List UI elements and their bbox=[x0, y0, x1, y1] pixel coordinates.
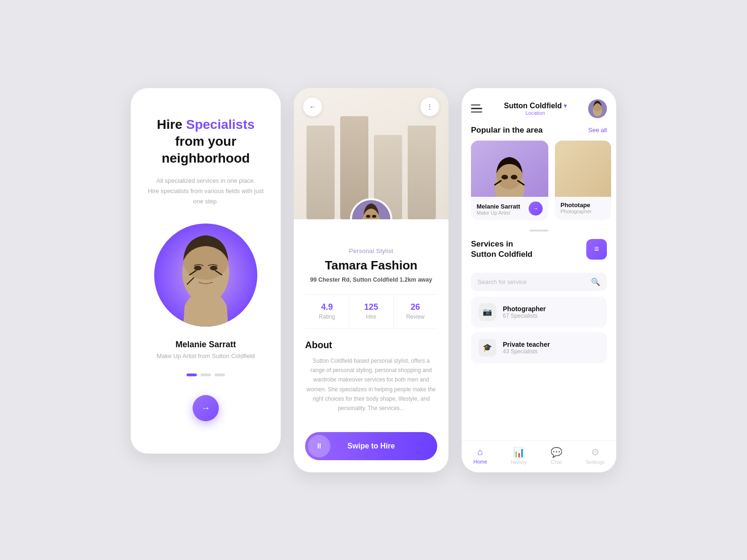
user-avatar[interactable] bbox=[588, 99, 607, 118]
stats-row: 4.9 Rating 125 Hire 26 Review bbox=[305, 294, 437, 329]
see-all-button[interactable]: See all bbox=[588, 127, 607, 134]
card1-illustration bbox=[471, 141, 548, 197]
nav-chat[interactable]: 💬 Chat bbox=[551, 447, 562, 465]
nav-home[interactable]: ⌂ Home bbox=[473, 447, 487, 465]
search-placeholder: Search for service bbox=[478, 278, 591, 285]
svg-rect-20 bbox=[555, 141, 611, 197]
title-part1: Hire bbox=[157, 117, 186, 132]
specialist-type: Personal Stylist bbox=[349, 247, 393, 254]
screen1-person-role: Make Up Artist from Sutton Coldfield bbox=[157, 352, 255, 359]
screen3-header: Sutton Coldfield ▾ Location bbox=[462, 88, 616, 126]
swipe-knob: ⏸ bbox=[308, 435, 330, 457]
popular-card-1-image bbox=[471, 141, 548, 197]
card2-name: Phototape bbox=[560, 202, 592, 209]
card1-text: Melanie Sarratt Make Up Artist bbox=[477, 203, 520, 216]
search-bar[interactable]: Search for service 🔍 bbox=[471, 273, 607, 291]
subtitle-line2: Hire specialists from various fields wit… bbox=[148, 187, 263, 205]
screen1-title: Hire Specialists from your neighborhood bbox=[145, 116, 267, 167]
history-icon: 📊 bbox=[513, 447, 525, 458]
hamburger-line-2 bbox=[471, 108, 482, 109]
location-info[interactable]: Sutton Coldfield ▾ Location bbox=[504, 102, 567, 116]
review-value: 26 bbox=[397, 302, 433, 312]
card1-info: Melanie Sarratt Make Up Artist → bbox=[471, 197, 548, 220]
teacher-count: 43 Specialists bbox=[503, 348, 550, 355]
distance-text: 1.2km away bbox=[400, 276, 433, 283]
photographer-count: 67 Specialists bbox=[503, 313, 546, 319]
svg-point-9 bbox=[372, 215, 376, 217]
bottom-navigation: ⌂ Home 📊 History 💬 Chat ⚙ Settings bbox=[462, 441, 616, 472]
dot-2 bbox=[201, 373, 211, 376]
teacher-icon-wrap: 🎓 bbox=[478, 339, 496, 357]
services-title: Services in Sutton Coldfield bbox=[471, 239, 532, 260]
hire-stat: 125 Hire bbox=[349, 295, 393, 328]
title-accent: Specialists bbox=[186, 117, 254, 132]
screen1-subtitle: All specialized services in one place. H… bbox=[145, 176, 267, 207]
user-avatar-img bbox=[588, 99, 607, 118]
services-section: Services in Sutton Coldfield ≡ Search fo… bbox=[462, 239, 616, 441]
search-icon: 🔍 bbox=[591, 277, 600, 286]
teacher-icon: 🎓 bbox=[483, 343, 492, 352]
more-icon: ⋮ bbox=[426, 103, 433, 111]
card2-info: Phototape Photographer bbox=[555, 197, 611, 219]
svg-point-17 bbox=[501, 175, 508, 179]
cta-next-button[interactable]: → bbox=[193, 395, 219, 421]
card2-illustration bbox=[555, 141, 611, 197]
hamburger-menu[interactable] bbox=[471, 105, 482, 113]
pagination-dots bbox=[187, 373, 225, 376]
services-title-line2: Sutton Coldfield bbox=[471, 250, 532, 259]
more-button[interactable]: ⋮ bbox=[420, 97, 439, 116]
settings-label: Settings bbox=[586, 459, 605, 465]
hero-background: ← ⋮ bbox=[294, 88, 448, 219]
filter-button[interactable]: ≡ bbox=[586, 239, 607, 260]
photographer-text: Photographer 67 Specialists bbox=[503, 305, 546, 319]
swipe-to-hire-bar[interactable]: ⏸ Swipe to Hire bbox=[305, 432, 437, 460]
swipe-label: Swipe to Hire bbox=[330, 442, 434, 450]
rating-stat: 4.9 Rating bbox=[305, 295, 349, 328]
nav-history[interactable]: 📊 History bbox=[511, 447, 527, 465]
filter-icon: ≡ bbox=[594, 244, 599, 254]
about-text: Sutton Coldfield based personal stylist,… bbox=[305, 356, 437, 413]
sketch-1 bbox=[306, 126, 335, 219]
specialist-location: 99 Chester Rd, Sutton Coldfield 1.2km aw… bbox=[310, 276, 433, 283]
svg-point-8 bbox=[366, 215, 370, 217]
screen-2: ← ⋮ Personal Stylist Tamara Fashion 99 C… bbox=[294, 88, 448, 472]
card1-arrow-button[interactable]: → bbox=[529, 202, 543, 216]
card2-text: Phototape Photographer bbox=[560, 202, 592, 214]
popular-card-1[interactable]: Melanie Sarratt Make Up Artist → bbox=[471, 141, 548, 220]
review-label: Review bbox=[406, 314, 425, 320]
location-name-text: Sutton Coldfield bbox=[504, 102, 562, 110]
divider-handle bbox=[530, 230, 548, 231]
popular-scroll: Melanie Sarratt Make Up Artist → bbox=[462, 141, 616, 230]
card1-arrow-icon: → bbox=[533, 205, 538, 212]
back-arrow-icon: ← bbox=[309, 103, 316, 111]
review-stat: 26 Review bbox=[394, 295, 437, 328]
hire-label: Hire bbox=[366, 314, 376, 320]
svg-point-3 bbox=[194, 266, 202, 270]
hamburger-line-1 bbox=[471, 105, 480, 106]
sketch-4 bbox=[408, 126, 436, 219]
cta-arrow-icon: → bbox=[201, 403, 210, 413]
popular-section-header: Popular in the area See all bbox=[462, 126, 616, 141]
location-chevron-icon: ▾ bbox=[564, 103, 567, 109]
photographer-icon: 📷 bbox=[483, 307, 492, 316]
back-button[interactable]: ← bbox=[303, 97, 322, 116]
popular-card-2[interactable]: Phototape Photographer bbox=[555, 141, 611, 220]
subtitle-line1: All specialized services in one place. bbox=[157, 177, 255, 184]
popular-section-title: Popular in the area bbox=[471, 126, 543, 135]
home-icon: ⌂ bbox=[478, 447, 483, 457]
photographer-name: Photographer bbox=[503, 305, 546, 313]
svg-point-18 bbox=[511, 175, 517, 179]
svg-point-4 bbox=[210, 266, 217, 270]
nav-settings[interactable]: ⚙ Settings bbox=[586, 447, 605, 465]
about-title: About bbox=[305, 340, 332, 351]
rating-label: Rating bbox=[319, 314, 335, 320]
profile-avatar-img bbox=[352, 200, 390, 219]
services-title-line1: Services in bbox=[471, 239, 513, 248]
service-photographer[interactable]: 📷 Photographer 67 Specialists bbox=[471, 297, 607, 328]
avatar-illustration bbox=[154, 224, 257, 327]
card1-name: Melanie Sarratt bbox=[477, 203, 520, 210]
hire-value: 125 bbox=[353, 302, 389, 312]
service-teacher[interactable]: 🎓 Private teacher 43 Specialists bbox=[471, 332, 607, 363]
photographer-icon-wrap: 📷 bbox=[478, 303, 496, 321]
dot-1 bbox=[187, 373, 197, 376]
